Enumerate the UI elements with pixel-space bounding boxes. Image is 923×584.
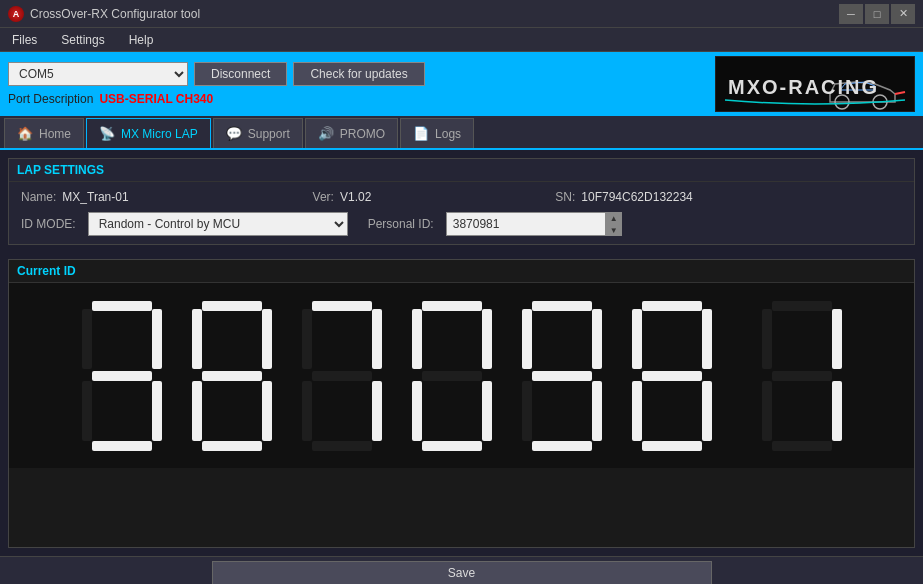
port-desc-value: USB-SERIAL CH340: [99, 92, 213, 106]
svg-rect-10: [202, 301, 262, 311]
svg-rect-29: [482, 381, 492, 441]
toolbar-left: COM5 Disconnect Check for updates Port D…: [8, 62, 707, 106]
personal-id-label: Personal ID:: [368, 217, 434, 231]
svg-rect-16: [202, 441, 262, 451]
title-bar: A CrossOver-RX Configurator tool ─ □ ✕: [0, 0, 923, 28]
spinner-down-button[interactable]: ▼: [606, 224, 622, 236]
ver-label: Ver:: [313, 190, 334, 204]
id-mode-select[interactable]: Random - Control by MCU: [88, 212, 348, 236]
svg-rect-22: [372, 381, 382, 441]
svg-rect-35: [522, 381, 532, 441]
toolbar-row1: COM5 Disconnect Check for updates: [8, 62, 707, 86]
lap-settings-body: Name: MX_Tran-01 Ver: V1.02 SN: 10F794C6…: [9, 182, 914, 244]
toolbar-row2: Port Description USB-SERIAL CH340: [8, 92, 707, 106]
logo-svg: MXO-RACING: [720, 58, 910, 110]
svg-rect-44: [642, 441, 702, 451]
tab-logs-label: Logs: [435, 127, 461, 141]
com-port-select[interactable]: COM5: [8, 62, 188, 86]
svg-rect-27: [422, 371, 482, 381]
svg-rect-46: [762, 309, 772, 369]
tab-logs[interactable]: 📄 Logs: [400, 118, 474, 148]
svg-rect-7: [82, 381, 92, 441]
ver-value: V1.02: [340, 190, 371, 204]
tab-mx-micro-lap[interactable]: 📡 MX Micro LAP: [86, 118, 211, 148]
svg-rect-18: [302, 309, 312, 369]
check-updates-button[interactable]: Check for updates: [293, 62, 424, 86]
tab-mx-micro-lap-label: MX Micro LAP: [121, 127, 198, 141]
menu-bar: Files Settings Help: [0, 28, 923, 52]
svg-rect-17: [312, 301, 372, 311]
svg-rect-34: [532, 371, 592, 381]
tab-support-label: Support: [248, 127, 290, 141]
minimize-button[interactable]: ─: [839, 4, 863, 24]
title-bar-left: A CrossOver-RX Configurator tool: [8, 6, 200, 22]
doc-icon: 📄: [413, 126, 429, 141]
tab-home[interactable]: 🏠 Home: [4, 118, 84, 148]
chat-icon: 💬: [226, 126, 242, 141]
svg-rect-51: [772, 441, 832, 451]
svg-rect-50: [832, 381, 842, 441]
svg-rect-28: [412, 381, 422, 441]
id-row: ID MODE: Random - Control by MCU Persona…: [21, 212, 902, 236]
ver-item: Ver: V1.02: [313, 190, 372, 204]
current-id-section: Current ID .seg-on { fill: #f0f0f0; } .s…: [8, 259, 915, 548]
tab-home-label: Home: [39, 127, 71, 141]
tab-support[interactable]: 💬 Support: [213, 118, 303, 148]
svg-rect-20: [312, 371, 372, 381]
svg-rect-32: [522, 309, 532, 369]
main-content: LAP SETTINGS Name: MX_Tran-01 Ver: V1.02…: [0, 150, 923, 556]
personal-id-input[interactable]: [446, 212, 606, 236]
svg-rect-41: [642, 371, 702, 381]
svg-rect-9: [92, 441, 152, 451]
svg-rect-19: [372, 309, 382, 369]
svg-rect-47: [832, 309, 842, 369]
maximize-button[interactable]: □: [865, 4, 889, 24]
title-text: CrossOver-RX Configurator tool: [30, 7, 200, 21]
name-value: MX_Tran-01: [62, 190, 128, 204]
sn-value: 10F794C62D132234: [581, 190, 692, 204]
svg-rect-12: [262, 309, 272, 369]
tab-promo-label: PROMO: [340, 127, 385, 141]
svg-rect-21: [302, 381, 312, 441]
disconnect-button[interactable]: Disconnect: [194, 62, 287, 86]
svg-rect-31: [532, 301, 592, 311]
menu-help[interactable]: Help: [125, 31, 158, 49]
svg-rect-30: [422, 441, 482, 451]
sn-item: SN: 10F794C62D132234: [555, 190, 692, 204]
tabs: 🏠 Home 📡 MX Micro LAP 💬 Support 🔊 PROMO …: [0, 116, 923, 150]
spinner-buttons: ▲ ▼: [606, 212, 622, 236]
lap-settings-title: LAP SETTINGS: [9, 159, 914, 182]
lap-settings-section: LAP SETTINGS Name: MX_Tran-01 Ver: V1.02…: [8, 158, 915, 245]
svg-rect-25: [412, 309, 422, 369]
current-id-display: .seg-on { fill: #f0f0f0; } .seg-off { fi…: [9, 283, 914, 468]
svg-rect-14: [192, 381, 202, 441]
tab-promo[interactable]: 🔊 PROMO: [305, 118, 398, 148]
svg-rect-49: [762, 381, 772, 441]
app-icon: A: [8, 6, 24, 22]
save-bar: Save: [0, 556, 923, 584]
svg-rect-3: [92, 301, 152, 311]
speaker-icon: 🔊: [318, 126, 334, 141]
svg-rect-45: [772, 301, 832, 311]
save-button[interactable]: Save: [212, 561, 712, 585]
seven-segment-display: .seg-on { fill: #f0f0f0; } .seg-off { fi…: [72, 296, 852, 456]
menu-settings[interactable]: Settings: [57, 31, 108, 49]
svg-rect-5: [152, 309, 162, 369]
close-button[interactable]: ✕: [891, 4, 915, 24]
personal-id-container: ▲ ▼: [446, 212, 622, 236]
svg-rect-42: [632, 381, 642, 441]
info-row-1: Name: MX_Tran-01 Ver: V1.02 SN: 10F794C6…: [21, 190, 902, 204]
name-item: Name: MX_Tran-01: [21, 190, 129, 204]
svg-rect-13: [202, 371, 262, 381]
svg-rect-36: [592, 381, 602, 441]
spinner-up-button[interactable]: ▲: [606, 212, 622, 224]
logo-area: MXO-RACING: [715, 56, 915, 112]
svg-rect-6: [92, 371, 152, 381]
home-icon: 🏠: [17, 126, 33, 141]
svg-rect-4: [82, 309, 92, 369]
svg-rect-37: [532, 441, 592, 451]
svg-rect-39: [632, 309, 642, 369]
svg-rect-43: [702, 381, 712, 441]
menu-files[interactable]: Files: [8, 31, 41, 49]
svg-rect-23: [312, 441, 372, 451]
